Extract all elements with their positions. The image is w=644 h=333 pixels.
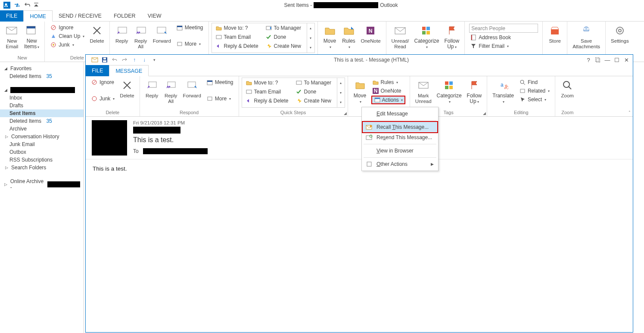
msg-maximize-icon[interactable]: ☐	[612, 57, 622, 63]
filter-email-button[interactable]: Filter Email▾	[469, 42, 538, 50]
folder-deleted-items[interactable]: Deleted Items 35	[0, 117, 84, 125]
msg-ribbon: Ignore Junk▾ Delete Delete Reply Reply A…	[86, 76, 633, 117]
msg-forward-button[interactable]: Forward	[180, 78, 204, 100]
folder-drafts[interactable]: Drafts	[0, 102, 84, 109]
move-button[interactable]: Move▾	[320, 23, 339, 51]
junk-button[interactable]: Junk▾	[49, 41, 85, 49]
msg-categorize-button[interactable]: Categorize▾	[434, 78, 464, 106]
msg-qat-next[interactable]: ↓	[140, 55, 149, 65]
favorites-header[interactable]: ◢Favorites	[0, 65, 84, 72]
svg-point-37	[92, 96, 96, 101]
store-button[interactable]: Store	[545, 23, 564, 45]
msg-reply-button[interactable]: Reply	[143, 78, 162, 100]
window-title: Sent Items - Outlook	[284, 2, 398, 8]
tab-folder[interactable]: FOLDER	[108, 10, 142, 22]
svg-point-60	[563, 81, 569, 87]
fav-deleted-items[interactable]: Deleted Items 35	[0, 72, 84, 80]
msg-ignore-button[interactable]: Ignore	[90, 78, 115, 86]
dd-resend-message[interactable]: Resend This Message...	[363, 132, 437, 143]
svg-line-58	[523, 83, 525, 85]
msg-related-button[interactable]: Related▾	[518, 87, 551, 95]
account-header[interactable]: ◢	[0, 86, 84, 94]
qat-sendreceive-icon[interactable]	[13, 1, 22, 9]
quick-steps-gallery[interactable]: Move to: ? Team Email Reply & Delete To …	[212, 23, 315, 53]
cleanup-button[interactable]: Clean Up▾	[49, 32, 85, 40]
dd-view-in-browser[interactable]: View in Browser	[363, 146, 437, 156]
dd-edit-message[interactable]: Edit Message	[363, 109, 437, 119]
folder-sent-items[interactable]: Sent Items	[0, 109, 84, 117]
msg-qat-redo[interactable]	[120, 55, 129, 65]
followup-button[interactable]: Follow Up▾	[442, 23, 462, 51]
forward-button[interactable]: Forward	[150, 23, 174, 45]
ignore-button[interactable]: Ignore	[49, 24, 85, 31]
msg-tab-file[interactable]: FILE	[86, 65, 109, 76]
tab-file[interactable]: FILE	[0, 10, 23, 22]
dd-recall-message[interactable]: Recall This Message...	[363, 122, 437, 132]
msg-reply-all-button[interactable]: Reply All	[162, 78, 180, 105]
folder-conversation-history[interactable]: ▷Conversation History	[0, 133, 84, 140]
folder-junk[interactable]: Junk Email	[0, 140, 84, 148]
new-email-button[interactable]: New Email	[3, 23, 22, 50]
msg-meeting-button[interactable]: Meeting	[205, 78, 234, 86]
svg-rect-23	[422, 31, 426, 34]
msg-ribbon-collapse-icon[interactable]: ˆ	[629, 111, 630, 115]
reply-button[interactable]: Reply	[112, 23, 131, 45]
msg-help-icon[interactable]: ?	[584, 57, 593, 63]
folder-archive[interactable]: Archive	[0, 125, 84, 133]
unread-read-button[interactable]: Unread/ Read	[389, 23, 412, 50]
qs-to-manager[interactable]: To Manager	[264, 24, 304, 32]
delete-button[interactable]: Delete	[87, 23, 106, 45]
qs-reply-delete[interactable]: Reply & Delete	[215, 42, 259, 50]
qs-team-email[interactable]: Team Email	[215, 33, 259, 41]
settings-button[interactable]: Settings	[608, 23, 632, 45]
msg-junk-button[interactable]: Junk▾	[90, 95, 115, 103]
msg-delete-button[interactable]: Delete	[117, 78, 137, 100]
msg-minimize-icon[interactable]: —	[603, 57, 612, 63]
qs-done[interactable]: Done	[264, 33, 304, 41]
search-people-input[interactable]: Search People	[469, 24, 538, 33]
msg-body: This is a test.	[86, 159, 633, 178]
msg-qat-save[interactable]	[100, 55, 109, 65]
msg-actions-button[interactable]: Actions▾	[371, 96, 405, 104]
address-book-button[interactable]: Address Book	[469, 34, 538, 41]
tab-sendreceive[interactable]: SEND / RECEIVE	[53, 10, 108, 22]
msg-restore-up-icon[interactable]: ⿻	[593, 57, 603, 63]
msg-mark-unread-button[interactable]: Mark Unread	[413, 78, 434, 105]
folder-outbox[interactable]: Outbox	[0, 148, 84, 156]
qat-customize-icon[interactable]	[34, 1, 39, 9]
folder-inbox[interactable]: Inbox	[0, 94, 84, 102]
save-attachments-button[interactable]: Save Attachments	[570, 23, 603, 50]
qs-moveto[interactable]: Move to: ?	[215, 24, 259, 32]
onenote-button[interactable]: NOneNote	[358, 23, 383, 45]
folder-rss[interactable]: RSS Subscriptions	[0, 156, 84, 164]
tab-view[interactable]: VIEW	[142, 10, 168, 22]
msg-qat-prev[interactable]: ↑	[130, 55, 139, 65]
msg-quick-steps-gallery[interactable]: Move to: ? Team Email Reply & Delete To …	[242, 78, 345, 108]
categorize-button[interactable]: Categorize▾	[411, 23, 442, 51]
dd-other-actions[interactable]: Other Actions▶	[363, 159, 437, 169]
reply-all-button[interactable]: Reply All	[131, 23, 150, 50]
msg-select-button[interactable]: Select▾	[518, 96, 551, 103]
msg-more-button[interactable]: More▾	[205, 95, 234, 103]
online-archive-header[interactable]: ▷Online Archive -	[0, 177, 84, 191]
new-items-button[interactable]: New Items▾	[22, 23, 42, 51]
qs-create-new[interactable]: Create New	[264, 42, 304, 50]
msg-close-icon[interactable]: ✕	[622, 57, 631, 63]
msg-onenote-button[interactable]: NOneNote	[371, 87, 405, 95]
msg-rules-button[interactable]: Rules▾	[371, 78, 405, 86]
more-button[interactable]: More▾	[175, 40, 204, 48]
msg-zoom-button[interactable]: Zoom	[558, 78, 577, 100]
msg-find-button[interactable]: Find	[518, 78, 551, 86]
tab-home[interactable]: HOME	[23, 10, 53, 22]
meeting-button[interactable]: Meeting	[175, 24, 204, 31]
qat-undo-icon[interactable]	[23, 1, 32, 9]
msg-followup-button[interactable]: Follow Up▾	[464, 78, 485, 106]
msg-translate-button[interactable]: aあTranslate▾	[490, 78, 516, 106]
rules-button[interactable]: Rules▾	[339, 23, 358, 51]
msg-qat-undo[interactable]	[110, 55, 119, 65]
folder-search-folders[interactable]: ▷Search Folders	[0, 164, 84, 171]
svg-rect-43	[208, 97, 212, 100]
msg-move-button[interactable]: Move▾	[351, 78, 370, 106]
msg-qat-custom[interactable]: ▾	[149, 55, 159, 65]
msg-tab-message[interactable]: MESSAGE	[109, 65, 149, 76]
